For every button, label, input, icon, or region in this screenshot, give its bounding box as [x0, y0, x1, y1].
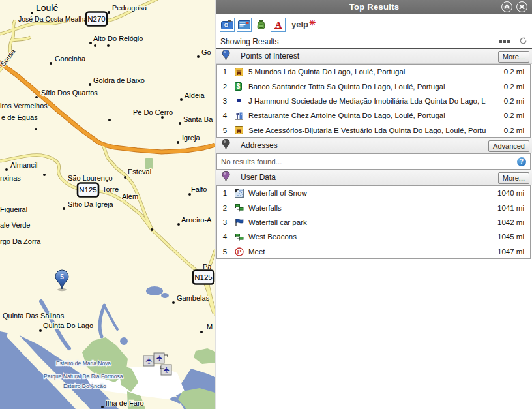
- result-number: 4: [217, 233, 233, 241]
- svg-text:P: P: [237, 248, 242, 255]
- place-label: Falfo: [191, 185, 207, 193]
- map-dot: [108, 119, 111, 121]
- result-distance: 1045 mi: [486, 233, 530, 241]
- svg-text:N125: N125: [79, 186, 97, 194]
- poi-more-button[interactable]: More...: [498, 51, 529, 63]
- shopping-icon: [233, 68, 248, 76]
- map-dot: [35, 96, 38, 98]
- airport-icon: ✈: [143, 356, 154, 366]
- section-addresses-header: Addresses Advanced: [216, 138, 532, 153]
- refresh-icon[interactable]: [519, 37, 527, 47]
- settings-gear-icon[interactable]: [501, 1, 512, 12]
- result-number: 5: [217, 248, 233, 256]
- userdata-more-button[interactable]: More...: [498, 172, 529, 184]
- addresses-empty-text: No results found...: [221, 158, 282, 166]
- result-number: 2: [217, 83, 233, 91]
- map-dot: [31, 12, 33, 14]
- userdata-result-row[interactable]: 5PMeet1047 mi: [217, 245, 530, 259]
- poi-result-row[interactable]: 15 Mundos Lda Quinta Do Lago, Loulé, Por…: [217, 65, 530, 79]
- result-number: 2: [217, 204, 233, 212]
- poi-result-row[interactable]: 4Restaurante Chez Antoine Quinta Do Lago…: [217, 108, 530, 123]
- flags-icon: [233, 233, 248, 241]
- result-number: 1: [217, 189, 233, 197]
- result-text: 5 Mundos Lda Quinta Do Lago, Loulé, Port…: [248, 68, 486, 76]
- svg-text:N270: N270: [87, 15, 106, 23]
- place-label: rgo Da Zorra: [0, 237, 41, 245]
- place-label: Torre: [102, 185, 119, 193]
- place-label: Santa Ba: [183, 115, 213, 123]
- userdata-result-row[interactable]: 3Waterfall car park1042 mi: [217, 215, 530, 230]
- place-label: Quinta Das Salinas: [3, 312, 65, 320]
- poi-result-row[interactable]: 3J Hammond-Sociedade de Mediação Imobili…: [217, 94, 530, 108]
- section-poi-header: Points of Interest More...: [216, 48, 532, 64]
- restaurant-icon: [233, 112, 248, 120]
- map-dot: [39, 329, 42, 332]
- place-label: São Lourenço: [68, 174, 113, 182]
- road-badge: N270: [86, 12, 107, 26]
- poi-result-row[interactable]: 2$Banco Santander Totta Sa Quinta Do Lag…: [217, 79, 530, 93]
- mapsource-window: LouléJosé Da Costa MealhaPedragosaAlto D…: [0, 0, 532, 409]
- place-label: Arneiro-A: [181, 216, 212, 224]
- status-row: Showing Results: [216, 35, 532, 48]
- result-distance: 0.2 mi: [486, 68, 530, 76]
- yelp-logo[interactable]: yelp✳: [291, 20, 316, 29]
- generic-icon: [233, 97, 248, 105]
- userdata-result-row[interactable]: 1Waterfall of Snow1040 mi: [217, 186, 530, 200]
- place-label: e de Éguas: [1, 114, 38, 121]
- result-distance: 0.2 mi: [486, 112, 530, 119]
- section-poi-title: Points of Interest: [241, 52, 299, 61]
- backpack-source-icon[interactable]: [254, 18, 269, 32]
- airport-icon: ✈: [154, 353, 164, 363]
- place-label: Esteval: [128, 168, 151, 175]
- place-label: Go: [201, 48, 211, 56]
- postcard-source-icon[interactable]: [237, 18, 252, 32]
- result-text: West Beacons: [248, 233, 486, 241]
- result-distance: 0.2 mi: [486, 127, 530, 134]
- close-icon[interactable]: [516, 1, 527, 12]
- flag-icon: [233, 218, 248, 227]
- section-userdata-title: User Data: [241, 173, 276, 182]
- airport-icon: ✈: [161, 365, 171, 375]
- photos-source-icon[interactable]: [220, 18, 235, 32]
- svg-text:✈: ✈: [162, 366, 171, 373]
- svg-text:✈: ✈: [155, 354, 164, 361]
- result-distance: 1041 mi: [486, 204, 530, 212]
- place-label: Igreja: [182, 134, 200, 142]
- result-distance: 0.2 mi: [486, 97, 530, 105]
- poi-pin-icon: [222, 50, 230, 63]
- more-options-icon[interactable]: [499, 40, 510, 43]
- lagoon-pond: [161, 293, 169, 298]
- svg-text:✈: ✈: [144, 357, 154, 364]
- help-icon[interactable]: ?: [517, 157, 526, 166]
- svg-text:A: A: [274, 20, 282, 30]
- lagoon-pond: [146, 286, 163, 295]
- result-text: Banco Santander Totta Sa Quinta Do Lago,…: [248, 83, 486, 91]
- result-number: 5: [217, 127, 233, 134]
- result-text: Waterfalls: [248, 204, 486, 212]
- place-label: ale Verde: [0, 221, 30, 229]
- map-dot: [177, 141, 179, 144]
- panel-title: Top Results: [349, 2, 400, 12]
- parking-icon: P: [233, 247, 248, 256]
- road-badge: N125: [193, 271, 214, 284]
- result-distance: 1047 mi: [486, 248, 530, 256]
- userdata-result-row[interactable]: 2Waterfalls1041 mi: [217, 200, 530, 215]
- poi-result-row[interactable]: 5Sete Acessórios-Bijutaria E Vestuário L…: [217, 123, 530, 138]
- result-number: 1: [217, 68, 233, 76]
- map-canvas[interactable]: LouléJosé Da Costa MealhaPedragosaAlto D…: [0, 0, 215, 409]
- addresses-advanced-button[interactable]: Advanced: [488, 140, 529, 152]
- place-label: Aldeia: [185, 91, 205, 99]
- map-dot: [188, 193, 191, 196]
- userdata-result-row[interactable]: 4West Beacons1045 mi: [217, 230, 530, 244]
- bank-icon: $: [233, 82, 248, 91]
- result-distance: 1040 mi: [486, 189, 530, 197]
- lagoon-pond: [120, 337, 128, 345]
- result-number: 3: [217, 97, 233, 105]
- map-dot: [177, 223, 180, 226]
- aaa-source-icon[interactable]: A: [271, 18, 286, 32]
- place-label: Gambelas: [177, 294, 210, 302]
- map-dot: [89, 83, 91, 86]
- map-dot: [107, 44, 110, 47]
- pin-number: 5: [60, 273, 64, 280]
- map-dot: [172, 301, 175, 304]
